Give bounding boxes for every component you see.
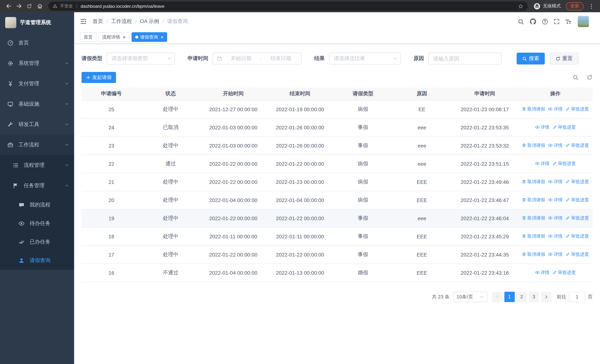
- table-row[interactable]: 20 处理中 2022-01-04 00:00:00 2022-01-04 00…: [82, 191, 593, 209]
- goto-page-input[interactable]: [569, 291, 585, 302]
- action-cancel[interactable]: 取消请假: [522, 251, 545, 258]
- action-progress[interactable]: 审批进度: [565, 142, 589, 149]
- search-button[interactable]: 搜索: [517, 53, 545, 65]
- table-row[interactable]: 18 处理中 2022-01-11 00:00:00 2022-01-11 00…: [82, 227, 593, 245]
- breadcrumb-item[interactable]: OA 示例: [140, 18, 159, 25]
- tab-home[interactable]: 首页: [80, 32, 96, 42]
- browser-forward-button[interactable]: [14, 1, 24, 11]
- action-label: 审批进度: [571, 251, 589, 258]
- hamburger-icon: [80, 18, 87, 25]
- table-row[interactable]: 23 处理中 2022-01-03 00:00:00 2022-01-26 00…: [82, 136, 593, 155]
- sidebar-item-payment[interactable]: 支付管理: [0, 73, 74, 94]
- action-detail[interactable]: 详情: [548, 179, 562, 185]
- action-progress[interactable]: 审批进度: [565, 233, 589, 239]
- app-logo[interactable]: 芋道管理系统: [0, 12, 74, 33]
- table-row[interactable]: 16 不通过 2022-01-04 00:00:00 2022-01-13 00…: [82, 263, 593, 282]
- action-cancel[interactable]: 取消请假: [522, 142, 545, 149]
- sidebar-item-done-tasks[interactable]: 已办任务: [0, 233, 74, 251]
- apply-time-range-picker[interactable]: 开始日期 - 结束日期: [213, 53, 302, 65]
- action-cancel[interactable]: 取消请假: [522, 233, 545, 239]
- action-progress[interactable]: 审批进度: [565, 197, 589, 203]
- action-cancel[interactable]: 取消请假: [522, 106, 545, 112]
- table-row[interactable]: 22 通过 2022-01-22 00:00:00 2022-01-22 00:…: [82, 155, 593, 173]
- browser-home-button[interactable]: [35, 1, 45, 11]
- leave-type-select[interactable]: 请选择请假类型: [107, 53, 175, 65]
- user-avatar[interactable]: [578, 16, 594, 27]
- action-detail[interactable]: 详情: [548, 233, 562, 239]
- breadcrumb-item[interactable]: 首页: [93, 18, 103, 25]
- sidebar-toggle-button[interactable]: [80, 18, 87, 25]
- sidebar-item-process-management[interactable]: 流程管理: [0, 155, 74, 175]
- action-detail[interactable]: 详情: [535, 270, 549, 276]
- tab-process-detail[interactable]: 流程详情×: [99, 32, 129, 42]
- page-button-3[interactable]: 3: [529, 291, 539, 302]
- next-page-button[interactable]: [541, 291, 551, 302]
- action-progress[interactable]: 审批进度: [552, 270, 576, 276]
- page-button-1[interactable]: 1: [504, 291, 515, 302]
- tools-icon: [7, 121, 13, 127]
- table-row[interactable]: 17 处理中 2022-01-22 00:00:00 2022-01-22 00…: [82, 245, 593, 263]
- security-label[interactable]: 不安全: [60, 3, 73, 9]
- table-refresh-button[interactable]: [587, 75, 593, 80]
- prev-page-button[interactable]: [492, 291, 502, 302]
- browser-update-button[interactable]: 更新: [566, 2, 584, 10]
- fullscreen-icon: [554, 19, 560, 24]
- tab-leave-query[interactable]: 请假查询×: [131, 32, 167, 42]
- sidebar-item-label: 系统管理: [19, 60, 65, 66]
- fullscreen-button[interactable]: [554, 19, 560, 24]
- edit-icon: [552, 271, 557, 275]
- table-row[interactable]: 19 处理中 2022-01-22 00:00:00 2022-01-22 00…: [82, 209, 593, 227]
- cell-leave-type: 病假: [334, 155, 393, 173]
- header-search-button[interactable]: [518, 18, 524, 25]
- action-progress[interactable]: 审批进度: [565, 215, 589, 221]
- sidebar-item-todo-tasks[interactable]: 待办任务: [0, 214, 74, 233]
- reason-input[interactable]: [428, 53, 502, 65]
- sidebar-item-task-management[interactable]: 任务管理: [0, 175, 74, 196]
- action-progress[interactable]: 审批进度: [565, 251, 589, 258]
- close-icon[interactable]: ×: [123, 35, 126, 40]
- close-icon[interactable]: ×: [160, 35, 163, 40]
- bookmark-star-icon[interactable]: [518, 3, 523, 9]
- action-progress[interactable]: 审批进度: [565, 179, 589, 185]
- sidebar-item-workflow[interactable]: 工作流程: [0, 135, 74, 155]
- table-search-toggle-button[interactable]: [572, 75, 579, 80]
- help-button[interactable]: [542, 18, 548, 25]
- action-cancel[interactable]: 取消请假: [522, 179, 545, 185]
- sidebar-item-my-process[interactable]: 我的流程: [0, 196, 74, 214]
- github-link[interactable]: [530, 18, 536, 25]
- browser-menu-button[interactable]: [587, 1, 596, 11]
- action-detail[interactable]: 详情: [548, 197, 562, 203]
- action-detail[interactable]: 详情: [548, 215, 562, 221]
- reset-button[interactable]: 重置: [550, 53, 579, 65]
- action-progress[interactable]: 审批进度: [552, 160, 576, 167]
- sidebar-item-leave-query[interactable]: 请假查询: [0, 251, 74, 270]
- create-leave-button[interactable]: 发起请假: [82, 72, 116, 83]
- page-size-select[interactable]: 10条/页: [453, 291, 487, 302]
- sidebar-item-infrastructure[interactable]: 基础设施: [0, 94, 74, 114]
- action-detail[interactable]: 详情: [548, 251, 562, 258]
- sidebar-item-home[interactable]: 首页: [0, 33, 74, 53]
- table-row[interactable]: 25 处理中 2021-12-27 00:00:00 2022-01-19 00…: [82, 100, 593, 118]
- action-cancel[interactable]: 取消请假: [522, 197, 545, 203]
- action-detail[interactable]: 详情: [535, 124, 549, 131]
- action-cancel[interactable]: 取消请假: [522, 215, 545, 221]
- sidebar-item-dev-tools[interactable]: 研发工具: [0, 114, 74, 135]
- action-detail[interactable]: 详情: [548, 142, 562, 149]
- table-row[interactable]: 21 处理中 2022-01-22 00:00:00 2022-01-23 00…: [82, 173, 593, 191]
- date-end-placeholder[interactable]: 结束日期: [264, 55, 298, 62]
- action-detail[interactable]: 详情: [535, 160, 549, 167]
- action-progress[interactable]: 审批进度: [565, 106, 589, 112]
- breadcrumb-item[interactable]: 工作流程: [111, 18, 132, 25]
- sidebar-item-system[interactable]: 系统管理: [0, 53, 74, 73]
- result-select[interactable]: 请选择流结果: [329, 53, 401, 65]
- table-row[interactable]: 24 已取消 2022-01-03 00:00:00 2022-01-26 00…: [82, 118, 593, 136]
- action-detail[interactable]: 详情: [548, 106, 562, 112]
- date-start-placeholder[interactable]: 开始日期: [224, 55, 258, 62]
- font-size-button[interactable]: [565, 18, 572, 25]
- address-bar[interactable]: 不安全 dashboard.yudao.iocoder.cn/bpm/oa/le…: [48, 1, 528, 11]
- url-text[interactable]: dashboard.yudao.iocoder.cn/bpm/oa/leave: [81, 3, 516, 9]
- page-button-2[interactable]: 2: [516, 291, 527, 302]
- browser-back-button[interactable]: [4, 1, 13, 11]
- browser-refresh-button[interactable]: [24, 1, 34, 11]
- action-progress[interactable]: 审批进度: [552, 124, 576, 131]
